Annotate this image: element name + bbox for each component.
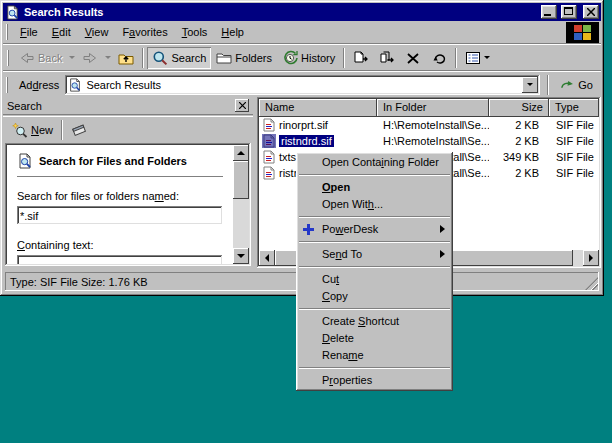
windows-logo-icon xyxy=(566,22,599,43)
desktop: Search Results File Edit View Favorites … xyxy=(0,0,612,443)
menu-item-copy[interactable]: Copy xyxy=(297,288,452,305)
sif-file-icon xyxy=(262,166,276,180)
menu-item-cut[interactable]: Cut xyxy=(297,271,452,288)
search-pane-scrollbar[interactable] xyxy=(233,145,249,264)
scroll-right-button[interactable] xyxy=(583,250,599,266)
column-header-in-folder[interactable]: In Folder xyxy=(377,99,489,117)
submenu-arrow-icon xyxy=(440,250,445,258)
search-explorer-bar: Search New Search for xyxy=(3,97,253,268)
arrow-up-icon xyxy=(237,147,245,155)
file-folder: H:\RemoteInstall\Se... xyxy=(377,135,489,147)
arrow-down-icon xyxy=(237,254,245,262)
menu-item-open[interactable]: Open xyxy=(297,179,452,196)
back-label: Back xyxy=(38,52,62,64)
menu-item-powerdesk[interactable]: PowerDesk xyxy=(297,221,452,238)
address-dropdown-button[interactable] xyxy=(522,77,538,93)
undo-button[interactable] xyxy=(426,47,452,69)
menu-item-delete[interactable]: Delete xyxy=(297,330,452,347)
history-toolbar-button[interactable]: History xyxy=(277,47,340,69)
menu-item-open-with[interactable]: Open With... xyxy=(297,196,452,213)
back-icon xyxy=(19,50,35,66)
file-size: 349 KB xyxy=(489,151,549,163)
menu-item-properties[interactable]: Properties xyxy=(297,372,452,389)
views-button[interactable] xyxy=(460,47,495,69)
back-button[interactable]: Back xyxy=(14,47,67,69)
maximize-icon xyxy=(564,7,573,15)
file-type: SIF File xyxy=(549,151,599,163)
toolbar-separator xyxy=(343,48,345,68)
menu-separator xyxy=(299,367,450,369)
close-icon xyxy=(239,102,246,109)
menu-separator xyxy=(299,308,450,310)
containing-text-label: Containing text: xyxy=(17,239,223,251)
file-type: SIF File xyxy=(549,167,599,179)
title-bar[interactable]: Search Results xyxy=(3,3,601,21)
copy-to-button[interactable] xyxy=(374,47,400,69)
file-size: 2 KB xyxy=(489,135,549,147)
file-row-selected[interactable]: ristndrd.sif H:\RemoteInstall\Se... 2 KB… xyxy=(259,133,599,149)
menu-edit[interactable]: Edit xyxy=(45,23,78,41)
menu-item-send-to[interactable]: Send To xyxy=(297,246,452,263)
toolbar-gripper[interactable] xyxy=(6,77,8,93)
new-search-button[interactable]: New xyxy=(7,119,58,141)
standard-buttons-toolbar: Back Search Folders History xyxy=(3,44,601,71)
menu-tools[interactable]: Tools xyxy=(175,23,215,41)
search-guide-button[interactable] xyxy=(66,119,92,141)
arrow-left-icon xyxy=(261,254,269,262)
toolbar-separator xyxy=(61,120,63,140)
toolbar-separator xyxy=(142,48,144,68)
file-row[interactable]: rinorprt.sif H:\RemoteInstall\Se... 2 KB… xyxy=(259,117,599,133)
column-header-size[interactable]: Size xyxy=(489,99,549,117)
close-icon xyxy=(587,8,595,16)
resize-grip[interactable] xyxy=(585,277,598,290)
address-bar: Address Search Results Go xyxy=(3,71,601,97)
containing-text-input[interactable] xyxy=(17,255,223,264)
folders-toolbar-button[interactable]: Folders xyxy=(211,47,277,69)
address-label: Address xyxy=(17,79,61,91)
delete-button[interactable] xyxy=(400,47,426,69)
name-field-label: Search for files or folders named: xyxy=(17,190,223,202)
menu-file[interactable]: File xyxy=(13,23,45,41)
menu-item-open-containing-folder[interactable]: Open Containing Folder xyxy=(297,154,452,171)
search-toolbar-button[interactable]: Search xyxy=(147,47,211,69)
file-folder: H:\RemoteInstall\Se... xyxy=(377,119,489,131)
up-button[interactable] xyxy=(113,47,139,69)
delete-x-icon xyxy=(405,50,421,66)
back-dropdown-button[interactable] xyxy=(67,47,77,69)
file-type: SIF File xyxy=(549,119,599,131)
search-icon xyxy=(152,50,168,66)
scrollbar-thumb[interactable] xyxy=(233,161,249,199)
menu-help[interactable]: Help xyxy=(214,23,251,41)
menu-item-create-shortcut[interactable]: Create Shortcut xyxy=(297,313,452,330)
move-to-icon xyxy=(353,50,369,66)
folder-icon xyxy=(216,50,232,66)
column-header-type[interactable]: Type xyxy=(549,99,599,117)
toolbar-gripper[interactable] xyxy=(6,24,8,40)
go-button[interactable]: Go xyxy=(556,75,597,94)
menu-item-rename[interactable]: Rename xyxy=(297,347,452,364)
sif-file-icon xyxy=(262,150,276,164)
forward-button[interactable] xyxy=(77,47,103,69)
column-header-name[interactable]: Name xyxy=(259,99,377,117)
toolbar-gripper[interactable] xyxy=(7,50,9,66)
close-button[interactable] xyxy=(583,5,599,19)
menu-bar: File Edit View Favorites Tools Help xyxy=(3,21,601,44)
move-to-button[interactable] xyxy=(348,47,374,69)
search-pane-close-button[interactable] xyxy=(235,99,249,112)
address-combobox[interactable]: Search Results xyxy=(65,75,540,95)
search-name-input[interactable] xyxy=(17,206,223,225)
menu-favorites[interactable]: Favorites xyxy=(115,23,174,41)
new-search-icon xyxy=(12,122,28,138)
minimize-button[interactable] xyxy=(541,5,557,19)
menu-view[interactable]: View xyxy=(78,23,116,41)
window-title: Search Results xyxy=(24,6,537,18)
scroll-down-button[interactable] xyxy=(233,248,249,264)
scroll-up-button[interactable] xyxy=(233,145,249,161)
scroll-left-button[interactable] xyxy=(259,250,275,266)
forward-dropdown-button[interactable] xyxy=(103,47,113,69)
context-menu: Open Containing Folder Open Open With...… xyxy=(296,152,453,391)
search-pane-header: Search xyxy=(3,97,253,115)
maximize-button[interactable] xyxy=(561,5,577,19)
divider xyxy=(17,176,223,178)
file-name: ristndrd.sif xyxy=(279,135,334,147)
